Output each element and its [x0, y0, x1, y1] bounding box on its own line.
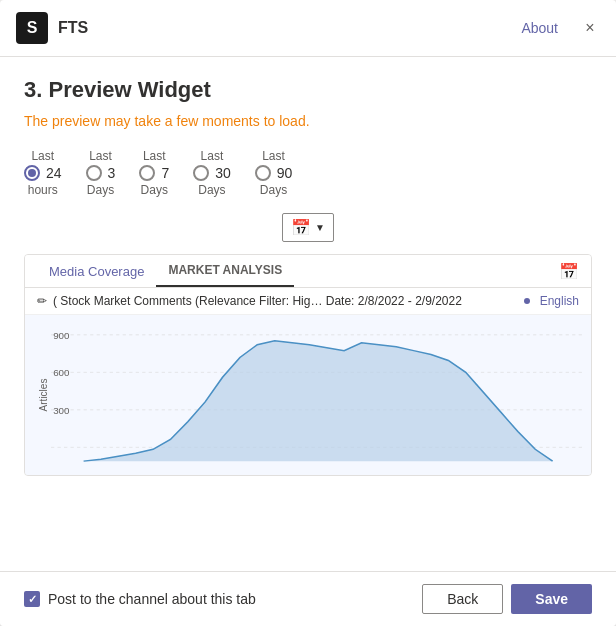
footer: ✓ Post to the channel about this tab Bac…	[0, 571, 616, 626]
radio-last90-number: 90	[277, 165, 293, 181]
radio-last24-bottom: hours	[28, 183, 58, 197]
calendar-row: 📅 ▼	[24, 213, 592, 242]
radio-last7-row: 7	[139, 165, 169, 181]
app-title: FTS	[58, 19, 511, 37]
chart-fill	[84, 341, 583, 461]
radio-last24-row: 24	[24, 165, 62, 181]
modal-container: S FTS About × 3. Preview Widget The prev…	[0, 0, 616, 626]
radio-last3-top: Last	[89, 149, 112, 163]
english-badge: English	[540, 294, 579, 308]
radio-last3-circle[interactable]	[86, 165, 102, 181]
radio-last7-circle[interactable]	[139, 165, 155, 181]
y-axis-label: Articles	[38, 379, 49, 412]
page-subtitle: The preview may take a few moments to lo…	[24, 113, 592, 129]
calendar-icon: 📅	[291, 218, 311, 237]
radio-last7-number: 7	[161, 165, 169, 181]
app-logo: S	[16, 12, 48, 44]
about-link[interactable]: About	[521, 20, 558, 36]
post-checkbox-row: ✓ Post to the channel about this tab	[24, 591, 422, 607]
tab-media-coverage[interactable]: Media Coverage	[37, 256, 156, 287]
checkbox-check-icon: ✓	[28, 593, 37, 606]
radio-last30-number: 30	[215, 165, 231, 181]
content-area: 3. Preview Widget The preview may take a…	[0, 57, 616, 571]
radio-last7-top: Last	[143, 149, 166, 163]
radio-last30-top: Last	[201, 149, 224, 163]
radio-last90[interactable]: Last 90 Days	[255, 149, 293, 197]
radio-last90-row: 90	[255, 165, 293, 181]
radio-last30-circle[interactable]	[193, 165, 209, 181]
radio-last30-bottom: Days	[198, 183, 225, 197]
page-title: 3. Preview Widget	[24, 77, 592, 103]
chart-svg: 900 600 300	[51, 323, 583, 471]
save-button[interactable]: Save	[511, 584, 592, 614]
tab-market-analysis[interactable]: MARKET ANALYSIS	[156, 255, 294, 287]
radio-last30[interactable]: Last 30 Days	[193, 149, 231, 197]
widget-tabs: Media Coverage MARKET ANALYSIS 📅	[25, 255, 591, 288]
app-logo-text: S	[27, 19, 38, 37]
radio-last24-top: Last	[31, 149, 54, 163]
english-dot	[524, 298, 530, 304]
radio-last24-circle[interactable]	[24, 165, 40, 181]
widget-calendar-icon[interactable]: 📅	[559, 262, 579, 281]
chart-area: Articles 900 600 300	[25, 315, 591, 475]
svg-text:600: 600	[53, 369, 69, 379]
back-button[interactable]: Back	[422, 584, 503, 614]
svg-text:300: 300	[53, 406, 69, 416]
radio-last7[interactable]: Last 7 Days	[139, 149, 169, 197]
post-checkbox[interactable]: ✓	[24, 591, 40, 607]
time-range-selector: Last 24 hours Last 3 Days Last	[24, 149, 592, 197]
widget-preview-card: Media Coverage MARKET ANALYSIS 📅 ✏ ( Sto…	[24, 254, 592, 476]
radio-last30-row: 30	[193, 165, 231, 181]
radio-last3-number: 3	[108, 165, 116, 181]
radio-last3-row: 3	[86, 165, 116, 181]
radio-last3[interactable]: Last 3 Days	[86, 149, 116, 197]
radio-last24-number: 24	[46, 165, 62, 181]
radio-last3-bottom: Days	[87, 183, 114, 197]
post-checkbox-label: Post to the channel about this tab	[48, 591, 256, 607]
radio-last24[interactable]: Last 24 hours	[24, 149, 62, 197]
radio-last90-bottom: Days	[260, 183, 287, 197]
radio-last90-circle[interactable]	[255, 165, 271, 181]
calendar-picker-button[interactable]: 📅 ▼	[282, 213, 334, 242]
widget-subtitle-row: ✏ ( Stock Market Comments (Relevance Fil…	[25, 288, 591, 315]
footer-buttons: Back Save	[422, 584, 592, 614]
widget-subtitle-text: ( Stock Market Comments (Relevance Filte…	[53, 294, 462, 308]
radio-last90-top: Last	[262, 149, 285, 163]
header: S FTS About ×	[0, 0, 616, 57]
pencil-icon: ✏	[37, 294, 47, 308]
svg-text:900: 900	[53, 331, 69, 341]
dropdown-arrow-icon: ▼	[315, 222, 325, 233]
close-button[interactable]: ×	[580, 18, 600, 38]
radio-last7-bottom: Days	[141, 183, 168, 197]
